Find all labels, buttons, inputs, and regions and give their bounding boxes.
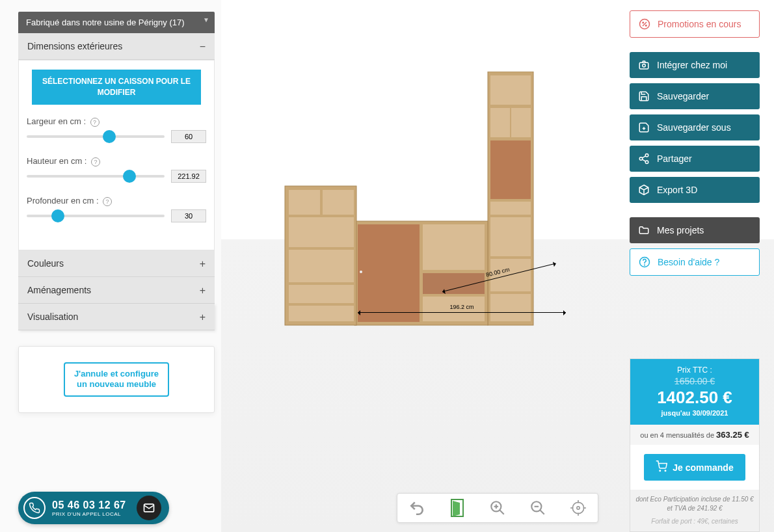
select-caisson-button[interactable]: SÉLECTIONNEZ UN CAISSON POUR LE MODIFIER bbox=[32, 70, 201, 105]
height-slider-thumb[interactable] bbox=[123, 170, 136, 183]
eco-text: dont Eco Participation incluse de 11.50 … bbox=[634, 495, 755, 513]
help-button[interactable]: Besoin d'aide ? bbox=[630, 248, 760, 276]
svg-rect-2 bbox=[490, 108, 510, 137]
config-sidebar: Fabriqué dans notre usine de Périgny (17… bbox=[18, 12, 215, 413]
width-input[interactable] bbox=[171, 130, 206, 143]
expand-icon: + bbox=[200, 258, 206, 270]
svg-point-42 bbox=[643, 64, 646, 68]
help-label: Besoin d'aide ? bbox=[658, 257, 719, 267]
phone-subtext: PRIX D'UN APPEL LOCAL bbox=[52, 511, 126, 517]
dropdown-caret-icon[interactable]: ▼ bbox=[203, 16, 209, 23]
svg-point-32 bbox=[577, 507, 580, 509]
factory-header-text: Fabriqué dans notre usine de Périgny (17… bbox=[26, 18, 185, 27]
svg-rect-16 bbox=[289, 190, 320, 215]
my-projects-button[interactable]: Mes projets bbox=[630, 217, 760, 243]
save-button[interactable]: Sauvegarder bbox=[630, 83, 760, 109]
mail-button[interactable] bbox=[137, 496, 161, 520]
actions-panel: Promotions en cours Intégrer chez moi Sa… bbox=[630, 10, 760, 276]
phone-text: 05 46 03 12 67 PRIX D'UN APPEL LOCAL bbox=[52, 499, 126, 517]
share-icon bbox=[637, 152, 650, 165]
svg-line-49 bbox=[642, 159, 645, 161]
folder-icon bbox=[637, 224, 650, 237]
section-visualization[interactable]: Visualisation + bbox=[18, 304, 215, 330]
export-3d-button[interactable]: Export 3D bbox=[630, 177, 760, 203]
furniture-render[interactable] bbox=[273, 72, 553, 332]
width-label: Largeur en cm : bbox=[27, 116, 86, 126]
depth-field: Profondeur en cm : ? bbox=[27, 194, 206, 222]
save-as-button[interactable]: Sauvegarder sous bbox=[630, 114, 760, 140]
save-as-icon bbox=[637, 121, 650, 134]
depth-input[interactable] bbox=[171, 209, 206, 222]
save-as-label: Sauvegarder sous bbox=[657, 122, 731, 133]
integrate-button[interactable]: Intégrer chez moi bbox=[630, 52, 760, 78]
price-fineprint: dont Eco Participation incluse de 11.50 … bbox=[630, 490, 759, 531]
view-toolbar bbox=[397, 493, 598, 523]
section-dimensions-title: Dimensions extérieures bbox=[27, 41, 122, 51]
svg-rect-3 bbox=[511, 108, 531, 137]
contact-pill[interactable]: 05 46 03 12 67 PRIX D'UN APPEL LOCAL bbox=[18, 492, 169, 524]
price-panel: Prix TTC : 1650.00 € 1402.50 € jusqu'au … bbox=[630, 358, 760, 532]
promotions-button[interactable]: Promotions en cours bbox=[630, 10, 760, 38]
svg-point-31 bbox=[572, 502, 583, 513]
svg-rect-10 bbox=[358, 224, 420, 322]
help-icon[interactable]: ? bbox=[103, 197, 112, 206]
expand-icon: + bbox=[200, 312, 206, 323]
section-colors[interactable]: Couleurs + bbox=[18, 250, 215, 277]
svg-point-52 bbox=[660, 470, 661, 472]
height-input[interactable] bbox=[171, 170, 206, 183]
phone-icon bbox=[23, 497, 46, 519]
zoom-in-button[interactable] bbox=[487, 498, 508, 518]
installment-text: ou en 4 mensualités de bbox=[640, 431, 714, 439]
zoom-out-button[interactable] bbox=[527, 498, 548, 518]
expand-icon: + bbox=[200, 285, 206, 297]
my-projects-label: Mes projets bbox=[657, 225, 704, 235]
height-slider[interactable] bbox=[27, 175, 165, 178]
svg-point-40 bbox=[646, 25, 647, 27]
phone-number: 05 46 03 12 67 bbox=[52, 499, 126, 511]
svg-point-39 bbox=[643, 22, 644, 23]
camera-icon bbox=[637, 59, 650, 72]
height-label: Hauteur en cm : bbox=[27, 156, 87, 166]
width-dimension-label: 196.2 cm bbox=[449, 304, 474, 310]
section-dimensions[interactable]: Dimensions extérieures − bbox=[18, 33, 215, 60]
svg-marker-23 bbox=[453, 501, 460, 516]
svg-point-51 bbox=[645, 265, 645, 265]
width-slider-thumb[interactable] bbox=[103, 130, 116, 143]
percent-icon bbox=[638, 18, 651, 31]
order-button[interactable]: Je commande bbox=[644, 454, 745, 481]
share-label: Partager bbox=[657, 153, 692, 164]
factory-header: Fabriqué dans notre usine de Périgny (17… bbox=[18, 12, 215, 33]
door-view-button[interactable] bbox=[447, 498, 468, 518]
depth-slider[interactable] bbox=[27, 215, 165, 217]
shipping-text: Forfait de port : 49€, certaines bbox=[634, 517, 755, 526]
svg-line-29 bbox=[540, 510, 544, 514]
svg-point-11 bbox=[360, 271, 362, 273]
section-visualization-title: Visualisation bbox=[27, 312, 78, 322]
section-colors-title: Couleurs bbox=[27, 258, 64, 269]
width-field: Largeur en cm : ? bbox=[27, 115, 206, 143]
section-layouts[interactable]: Aménagements + bbox=[18, 277, 215, 304]
depth-slider-thumb[interactable] bbox=[51, 209, 64, 222]
svg-rect-4 bbox=[490, 140, 531, 199]
help-icon[interactable]: ? bbox=[90, 118, 100, 127]
svg-rect-18 bbox=[289, 217, 354, 247]
undo-button[interactable] bbox=[407, 498, 427, 518]
price-until: jusqu'au 30/09/2021 bbox=[635, 409, 754, 417]
help-icon[interactable]: ? bbox=[91, 157, 100, 166]
width-dimension: 196.2 cm bbox=[358, 312, 566, 313]
price-main: 1402.50 € bbox=[635, 388, 754, 408]
integrate-label: Intégrer chez moi bbox=[657, 60, 727, 70]
svg-rect-19 bbox=[289, 250, 354, 282]
svg-rect-8 bbox=[490, 294, 531, 321]
width-slider[interactable] bbox=[27, 135, 165, 138]
depth-label: Profondeur en cm : bbox=[27, 196, 99, 206]
svg-rect-12 bbox=[423, 224, 485, 270]
svg-rect-17 bbox=[323, 190, 354, 215]
svg-point-47 bbox=[645, 161, 648, 164]
center-view-button[interactable] bbox=[568, 498, 589, 518]
cube-icon bbox=[637, 183, 650, 196]
svg-point-46 bbox=[639, 157, 643, 161]
cart-icon bbox=[656, 460, 667, 474]
share-button[interactable]: Partager bbox=[630, 146, 760, 172]
cancel-configure-button[interactable]: J'annule et configure un nouveau meuble bbox=[64, 362, 169, 397]
